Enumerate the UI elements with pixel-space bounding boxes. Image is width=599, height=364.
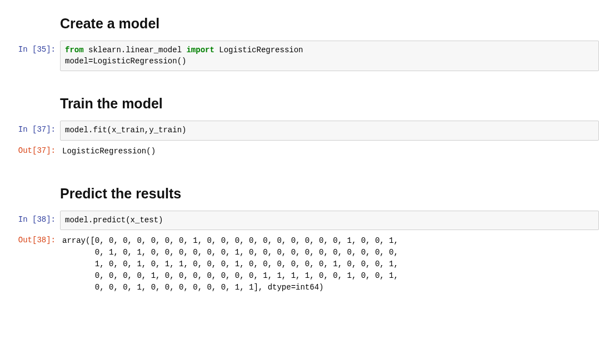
code-input-35[interactable]: from sklearn.linear_model import Logisti… [60,41,599,71]
code-cell-35[interactable]: In [35]: from sklearn.linear_model impor… [0,41,599,71]
out-prompt-38: Out[38]: [0,231,60,247]
in-prompt-35: In [35]: [0,41,60,56]
code-cell-37[interactable]: In [37]: model.fit(x_train,y_train) [0,121,599,141]
heading-train-text: Train the model [60,96,599,112]
prompt-spacer: . [0,177,60,199]
heading-create-text: Create a model [60,16,599,32]
code-input-37[interactable]: model.fit(x_train,y_train) [60,121,599,141]
output-cell-38: Out[38]: array([0, 0, 0, 0, 0, 0, 0, 1, … [0,231,599,297]
heading-predict-text: Predict the results [60,186,599,202]
prompt-spacer: . [0,87,60,109]
code-line-2: model=LogisticRegression() [65,57,186,66]
tok-logreg: LogisticRegression [214,46,303,54]
output-cell-37: Out[37]: LogisticRegression() [0,142,599,161]
code-input-38[interactable]: model.predict(x_test) [60,211,599,231]
code-output-37: LogisticRegression() [60,142,599,161]
heading-predict: . Predict the results [0,177,599,210]
in-prompt-37: In [37]: [0,121,60,136]
heading-train: . Train the model [0,87,599,119]
in-prompt-38: In [38]: [0,211,60,226]
heading-create: . Create a model [0,7,599,39]
tok-sklearn: sklearn.linear_model [84,46,187,54]
prompt-spacer: . [0,7,60,29]
kw-import: import [186,46,214,54]
kw-from: from [65,46,84,54]
out-prompt-37: Out[37]: [0,142,60,157]
code-cell-38[interactable]: In [38]: model.predict(x_test) [0,211,599,231]
code-output-38: array([0, 0, 0, 0, 0, 0, 0, 1, 0, 0, 0, … [60,231,599,297]
